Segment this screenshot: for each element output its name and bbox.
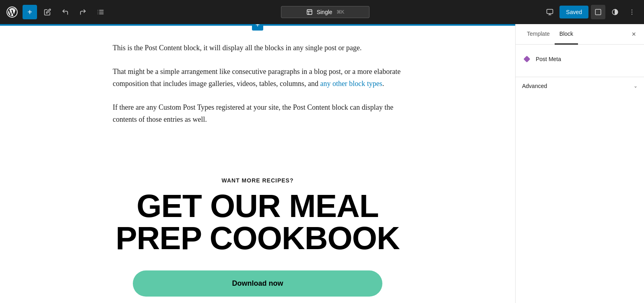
svg-point-17 (632, 14, 632, 14)
fullscreen-button[interactable] (591, 5, 605, 19)
chevron-down-icon: ⌄ (634, 83, 638, 89)
template-selector-label: Single (317, 9, 332, 15)
sidebar-close-button[interactable]: × (630, 29, 638, 39)
editor-area[interactable]: + This is the Post Content block, it wil… (0, 24, 515, 303)
promo-title: GET OUR MEAL PREP COOKBOOK (113, 190, 402, 254)
advanced-section: Advanced ⌄ (516, 77, 644, 95)
promo-section: WANT MORE RECIPES? GET OUR MEAL PREP COO… (105, 153, 411, 303)
main-layout: + This is the Post Content block, it wil… (0, 24, 644, 303)
post-meta-label: Post Meta (536, 56, 561, 62)
paragraph-1[interactable]: This is the Post Content block, it will … (113, 42, 402, 54)
toolbar: + (0, 0, 644, 24)
toolbar-right: Saved (543, 5, 639, 19)
wp-logo[interactable] (5, 5, 19, 19)
download-button[interactable]: Download now (133, 270, 382, 297)
sidebar-content: Post Meta (516, 45, 644, 74)
template-selector[interactable]: Single ⌘K (281, 6, 369, 18)
block-separator-line: + (0, 24, 515, 26)
paragraph-3[interactable]: If there are any Custom Post Types regis… (113, 101, 402, 126)
sidebar: Template Block × Post Meta Advanced ⌄ (515, 24, 644, 303)
svg-point-15 (632, 10, 632, 10)
edit-mode-button[interactable] (40, 5, 55, 19)
svg-rect-13 (595, 9, 601, 15)
advanced-label: Advanced (522, 83, 547, 89)
add-block-button[interactable]: + (23, 5, 37, 19)
promo-subtitle: WANT MORE RECIPES? (113, 177, 402, 184)
list-view-button[interactable] (93, 5, 108, 19)
tab-block[interactable]: Block (555, 24, 578, 45)
post-content-area: This is the Post Content block, it will … (105, 26, 411, 153)
template-selector-icon (306, 9, 313, 15)
undo-button[interactable] (58, 5, 72, 19)
svg-rect-10 (547, 9, 553, 14)
svg-rect-7 (307, 10, 312, 14)
save-button[interactable]: Saved (559, 6, 588, 18)
svg-point-16 (632, 12, 632, 12)
contrast-button[interactable] (608, 5, 622, 19)
svg-rect-18 (524, 56, 530, 63)
template-selector-shortcut: ⌘K (336, 9, 345, 15)
add-block-inline-button[interactable]: + (252, 24, 263, 31)
redo-button[interactable] (76, 5, 90, 19)
advanced-header[interactable]: Advanced ⌄ (516, 77, 644, 95)
sidebar-tabs: Template Block × (516, 24, 644, 45)
device-preview-button[interactable] (543, 5, 557, 19)
toolbar-center: Single ⌘K (111, 6, 539, 18)
paragraph-2: That might be a simple arrangement like … (113, 66, 402, 90)
post-meta-row: Post Meta (522, 51, 638, 67)
post-meta-diamond-icon (522, 54, 532, 64)
tab-template[interactable]: Template (522, 24, 555, 45)
link-any: any other block types (320, 80, 382, 88)
options-button[interactable] (625, 5, 639, 19)
